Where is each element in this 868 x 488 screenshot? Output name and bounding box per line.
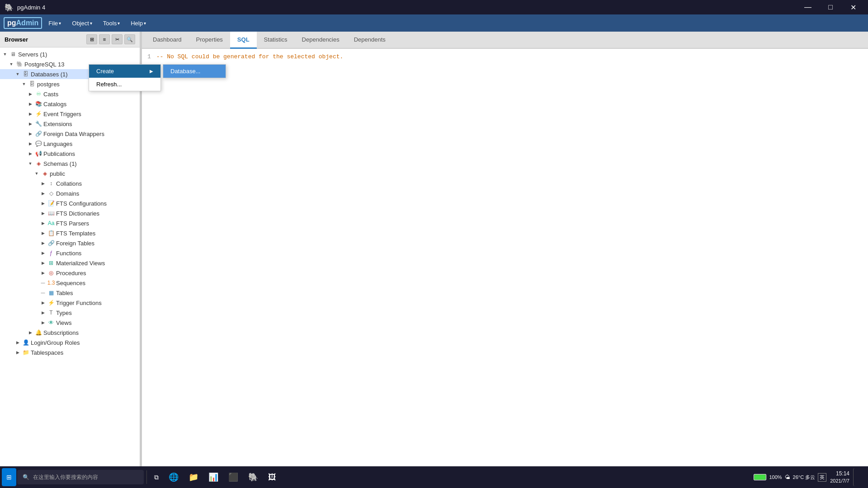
tree-item-publications[interactable]: ▶📢Publications — [0, 149, 140, 159]
tree-item-extensions[interactable]: ▶🔧Extensions — [0, 119, 140, 129]
tree-item-functions[interactable]: ▶ƒFunctions — [0, 248, 140, 258]
tree-item-fts_templates[interactable]: ▶📋FTS Templates — [0, 228, 140, 238]
tree-toggle-domains[interactable]: ▶ — [40, 190, 46, 197]
tree-toggle-schemas[interactable]: ▼ — [27, 160, 33, 167]
tree-item-tables[interactable]: —▦Tables — [0, 288, 140, 298]
tree-toggle-servers[interactable]: ▼ — [2, 51, 8, 57]
tree-toggle-publications[interactable]: ▶ — [27, 150, 33, 157]
tree-toggle-catalogs[interactable]: ▶ — [27, 101, 33, 107]
tree-toggle-mat_views[interactable]: ▶ — [40, 260, 46, 266]
menu-tools[interactable]: Tools ▾ — [99, 17, 124, 29]
taskbar-explorer[interactable]: 📁 — [184, 468, 203, 486]
tree-item-sequences[interactable]: —1.3Sequences — [0, 278, 140, 288]
tree-toggle-types[interactable]: ▶ — [40, 310, 46, 316]
minimize-button[interactable]: — — [797, 0, 818, 14]
tree-label-publications: Publications — [43, 150, 75, 157]
tree-toggle-extensions[interactable]: ▶ — [27, 121, 33, 127]
browser-tool-cut[interactable]: ✂ — [112, 34, 123, 44]
tree-icon-trigger_func: ⚡ — [47, 299, 55, 306]
tree-toggle-public[interactable]: ▼ — [33, 170, 40, 177]
tab-bar: Dashboard Properties SQL Statistics Depe… — [142, 32, 868, 49]
tree-icon-subscriptions: 🔔 — [35, 329, 42, 336]
taskbar-terminal[interactable]: ⬛ — [224, 468, 243, 486]
tree-toggle-casts[interactable]: ▶ — [27, 91, 33, 97]
tree-toggle-sequences[interactable]: — — [40, 280, 46, 286]
start-button[interactable]: ⊞ — [2, 468, 16, 486]
tree-item-schemas[interactable]: ▼◈Schemas (1) — [0, 159, 140, 169]
tab-sql[interactable]: SQL — [230, 32, 257, 49]
browser-tool-list[interactable]: ≡ — [99, 34, 110, 44]
tree-item-procedures[interactable]: ▶◎Procedures — [0, 268, 140, 278]
tree-toggle-fts_templates[interactable]: ▶ — [40, 230, 46, 236]
tree-item-event_triggers[interactable]: ▶⚡Event Triggers — [0, 109, 140, 119]
taskbar-search-bar[interactable]: 🔍 在这里输入你要搜索的内容 — [17, 470, 144, 484]
tree-toggle-fts_parsers[interactable]: ▶ — [40, 220, 46, 226]
tree-item-foreign_data[interactable]: ▶🔗Foreign Data Wrappers — [0, 129, 140, 139]
tree-icon-foreign_data: 🔗 — [35, 130, 42, 137]
tree-toggle-foreign_tables[interactable]: ▶ — [40, 240, 46, 246]
browser-tool-search[interactable]: 🔍 — [124, 34, 135, 44]
tab-properties[interactable]: Properties — [189, 32, 230, 49]
context-menu-create[interactable]: Create ▶ — [89, 65, 160, 78]
tree-toggle-trigger_func[interactable]: ▶ — [40, 300, 46, 306]
tree-item-trigger_func[interactable]: ▶⚡Trigger Functions — [0, 298, 140, 308]
tree-toggle-tables[interactable]: — — [40, 290, 46, 296]
tree-item-fts_config[interactable]: ▶📝FTS Configurations — [0, 198, 140, 208]
tab-dependents[interactable]: Dependents — [347, 32, 393, 49]
tree-item-domains[interactable]: ▶◇Domains — [0, 188, 140, 198]
tree-item-views[interactable]: ▶👁Views — [0, 318, 140, 328]
tree-toggle-tablespaces[interactable]: ▶ — [14, 349, 21, 356]
taskbar-edge[interactable]: 🌐 — [164, 468, 183, 486]
tree-icon-fts_config: 📝 — [47, 200, 55, 207]
tree-toggle-pg13[interactable]: ▼ — [8, 61, 14, 67]
tab-dependencies[interactable]: Dependencies — [295, 32, 347, 49]
tree-toggle-languages[interactable]: ▶ — [27, 141, 33, 147]
taskbar-photo[interactable]: 🖼 — [264, 468, 281, 486]
tree-toggle-login_roles[interactable]: ▶ — [14, 339, 21, 346]
tree-toggle-fts_dict[interactable]: ▶ — [40, 210, 46, 216]
tree-icon-sequences: 1.3 — [47, 279, 55, 286]
tree-toggle-databases[interactable]: ▼ — [14, 71, 21, 77]
tree-item-servers[interactable]: ▼🖥Servers (1) — [0, 49, 140, 59]
maximize-button[interactable]: □ — [820, 0, 841, 14]
submenu-arrow: ▶ — [150, 69, 153, 74]
tree-label-domains: Domains — [56, 190, 79, 197]
taskbar-pgadmin[interactable]: 🐘 — [244, 468, 263, 486]
tree-toggle-fts_config[interactable]: ▶ — [40, 200, 46, 206]
taskbar-excel[interactable]: 📊 — [204, 468, 223, 486]
tree-item-fts_dict[interactable]: ▶📖FTS Dictionaries — [0, 208, 140, 218]
context-menu-refresh[interactable]: Refresh... — [89, 78, 160, 91]
tree-item-fts_parsers[interactable]: ▶AaFTS Parsers — [0, 218, 140, 228]
tree-item-mat_views[interactable]: ▶⊞Materialized Views — [0, 258, 140, 268]
tree-item-languages[interactable]: ▶💬Languages — [0, 139, 140, 149]
tree-toggle-event_triggers[interactable]: ▶ — [27, 111, 33, 117]
menu-object[interactable]: Object ▾ — [67, 17, 97, 29]
tree-icon-fts_templates: 📋 — [47, 230, 55, 237]
tree-toggle-collations[interactable]: ▶ — [40, 180, 46, 187]
tree-item-tablespaces[interactable]: ▶📁Tablespaces — [0, 347, 140, 357]
submenu-database[interactable]: Database... — [163, 65, 226, 78]
tree-toggle-subscriptions[interactable]: ▶ — [27, 329, 33, 336]
close-button[interactable]: ✕ — [843, 0, 863, 14]
tree-item-foreign_tables[interactable]: ▶🔗Foreign Tables — [0, 238, 140, 248]
sidebar: Browser ⊞ ≡ ✂ 🔍 ▼🖥Servers (1)▼🐘PostgreSQ… — [0, 32, 140, 478]
tree-item-public[interactable]: ▼◈public — [0, 169, 140, 178]
tree-item-subscriptions[interactable]: ▶🔔Subscriptions — [0, 328, 140, 338]
tab-statistics[interactable]: Statistics — [257, 32, 295, 49]
tree-item-types[interactable]: ▶TTypes — [0, 308, 140, 318]
browser-tool-grid[interactable]: ⊞ — [86, 34, 97, 44]
tab-dashboard[interactable]: Dashboard — [146, 32, 189, 49]
menu-file[interactable]: File ▾ — [44, 17, 66, 29]
tree-item-collations[interactable]: ▶↕Collations — [0, 178, 140, 188]
tree-label-catalogs: Catalogs — [43, 101, 66, 108]
menu-help[interactable]: Help ▾ — [126, 17, 151, 29]
tree-toggle-postgres[interactable]: ▼ — [21, 81, 27, 87]
tree-toggle-foreign_data[interactable]: ▶ — [27, 131, 33, 137]
show-desktop-button[interactable] — [853, 468, 863, 486]
tree-item-catalogs[interactable]: ▶📚Catalogs — [0, 99, 140, 109]
tree-toggle-functions[interactable]: ▶ — [40, 250, 46, 256]
tree-toggle-procedures[interactable]: ▶ — [40, 270, 46, 276]
tree-item-login_roles[interactable]: ▶👤Login/Group Roles — [0, 338, 140, 347]
tree-toggle-views[interactable]: ▶ — [40, 319, 46, 326]
taskview-button[interactable]: ⧉ — [150, 468, 163, 486]
